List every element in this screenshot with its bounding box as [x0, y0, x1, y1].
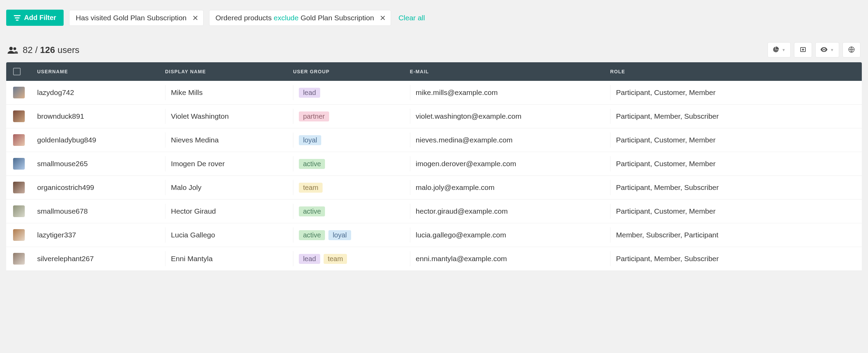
cell-user-group: lead	[293, 85, 410, 100]
export-button[interactable]	[794, 42, 812, 57]
filter-chip[interactable]: Has visited Gold Plan Subscription	[69, 10, 203, 26]
add-filter-button[interactable]: Add Filter	[6, 10, 64, 26]
svg-rect-2	[16, 20, 19, 21]
cell-email: mike.mills@example.com	[410, 85, 610, 100]
svg-point-6	[823, 49, 825, 50]
avatar	[13, 182, 25, 193]
filter-exclude-keyword: exclude	[274, 14, 299, 22]
group-tag: loyal	[328, 230, 351, 240]
cell-user-group: active	[293, 156, 410, 171]
avatar	[13, 134, 25, 146]
cell-display-name: Mike Mills	[165, 85, 293, 100]
cell-role: Participant, Customer, Member	[610, 204, 855, 219]
table-row[interactable]: smallmouse678Hector Giraudactivehector.g…	[6, 200, 862, 223]
cell-user-group: activeloyal	[293, 227, 410, 243]
cell-role: Participant, Member, Subscriber	[610, 109, 855, 124]
avatar	[13, 229, 25, 241]
table-row[interactable]: brownduck891Violet Washingtonpartnerviol…	[6, 105, 862, 128]
avatar	[13, 110, 25, 122]
visibility-button[interactable]: ▼	[815, 42, 839, 57]
filter-chip[interactable]: Ordered products exclude Gold Plan Subsc…	[209, 10, 391, 26]
cell-display-name: Nieves Medina	[165, 132, 293, 148]
filter-icon	[14, 15, 21, 21]
cell-user-group: partner	[293, 109, 410, 124]
pie-chart-icon	[773, 46, 779, 54]
cell-email: lucia.gallego@example.com	[410, 227, 610, 243]
close-icon[interactable]	[192, 14, 199, 22]
group-tag: lead	[299, 254, 320, 264]
chevron-down-icon: ▼	[830, 48, 834, 52]
svg-rect-0	[14, 15, 21, 16]
cell-username: goldenladybug849	[37, 136, 165, 144]
cell-role: Member, Subscriber, Participant	[610, 227, 855, 243]
group-tag: active	[299, 159, 325, 169]
group-tag: loyal	[299, 135, 321, 145]
avatar	[13, 158, 25, 170]
th-display-name[interactable]: DISPLAY NAME	[165, 69, 293, 74]
cell-display-name: Malo Joly	[165, 180, 293, 195]
cell-role: Participant, Customer, Member	[610, 156, 855, 171]
table-row[interactable]: organicostrich499Malo Jolyteammalo.joly@…	[6, 176, 862, 200]
cell-role: Participant, Member, Subscriber	[610, 251, 855, 266]
group-tag: partner	[299, 111, 329, 121]
cell-display-name: Violet Washington	[165, 109, 293, 124]
user-count: 82 / 126 users	[8, 45, 79, 55]
summary-row: 82 / 126 users ▼ ▼	[6, 42, 862, 57]
cell-username: lazytiger337	[37, 231, 165, 239]
group-tag: team	[299, 183, 322, 193]
cell-user-group: loyal	[293, 132, 410, 148]
table-row[interactable]: silverelephant267Enni Mantylaleadteamenn…	[6, 247, 862, 271]
globe-icon	[848, 46, 855, 54]
table-header-row: USERNAME DISPLAY NAME USER GROUP E-MAIL …	[6, 62, 862, 81]
th-email[interactable]: E-MAIL	[410, 69, 610, 74]
close-icon[interactable]	[379, 14, 387, 22]
table-row[interactable]: smallmouse265Imogen De roveractiveimogen…	[6, 152, 862, 176]
cell-email: hector.giraud@example.com	[410, 204, 610, 219]
cell-email: violet.washington@example.com	[410, 109, 610, 124]
avatar	[13, 87, 25, 98]
cell-display-name: Lucia Gallego	[165, 227, 293, 243]
cell-username: smallmouse265	[37, 160, 165, 168]
group-tag: active	[299, 230, 325, 240]
chevron-down-icon: ▼	[782, 48, 785, 52]
globe-button[interactable]	[843, 42, 860, 57]
table-row[interactable]: lazytiger337Lucia Gallegoactiveloyalluci…	[6, 223, 862, 247]
users-label: users	[55, 45, 79, 55]
users-table: USERNAME DISPLAY NAME USER GROUP E-MAIL …	[6, 62, 862, 271]
cell-user-group: team	[293, 180, 410, 195]
cell-username: brownduck891	[37, 112, 165, 120]
cell-email: nieves.medina@example.com	[410, 132, 610, 148]
svg-point-4	[13, 47, 16, 50]
group-tag: active	[299, 206, 325, 216]
select-all-checkbox[interactable]	[13, 68, 21, 75]
table-row[interactable]: goldenladybug849Nieves Medinaloyalnieves…	[6, 128, 862, 152]
th-role[interactable]: ROLE	[610, 69, 855, 74]
avatar	[13, 253, 25, 265]
cell-role: Participant, Customer, Member	[610, 85, 855, 100]
table-row[interactable]: lazydog742Mike Millsleadmike.mills@examp…	[6, 81, 862, 105]
cell-display-name: Hector Giraud	[165, 204, 293, 219]
toolbar-actions: ▼ ▼	[768, 42, 860, 57]
svg-point-3	[9, 47, 13, 50]
export-icon	[800, 46, 806, 54]
svg-rect-1	[15, 17, 20, 18]
cell-username: lazydog742	[37, 88, 165, 97]
filtered-count: 82	[23, 45, 33, 55]
total-count: 126	[40, 45, 55, 55]
cell-display-name: Imogen De rover	[165, 156, 293, 171]
cell-username: smallmouse678	[37, 207, 165, 215]
filter-chip-text: Has visited Gold Plan Subscription	[76, 14, 186, 22]
cell-user-group: leadteam	[293, 251, 410, 266]
cell-email: imogen.derover@example.com	[410, 156, 610, 171]
eye-icon	[821, 47, 827, 53]
cell-email: malo.joly@example.com	[410, 180, 610, 195]
chart-button[interactable]: ▼	[768, 42, 791, 57]
th-user-group[interactable]: USER GROUP	[293, 69, 410, 74]
cell-username: silverelephant267	[37, 255, 165, 263]
avatar	[13, 205, 25, 217]
filter-bar: Add Filter Has visited Gold Plan Subscri…	[6, 10, 862, 26]
users-icon	[8, 46, 18, 54]
th-username[interactable]: USERNAME	[37, 69, 165, 74]
add-filter-label: Add Filter	[24, 14, 56, 22]
clear-all-link[interactable]: Clear all	[397, 14, 427, 22]
